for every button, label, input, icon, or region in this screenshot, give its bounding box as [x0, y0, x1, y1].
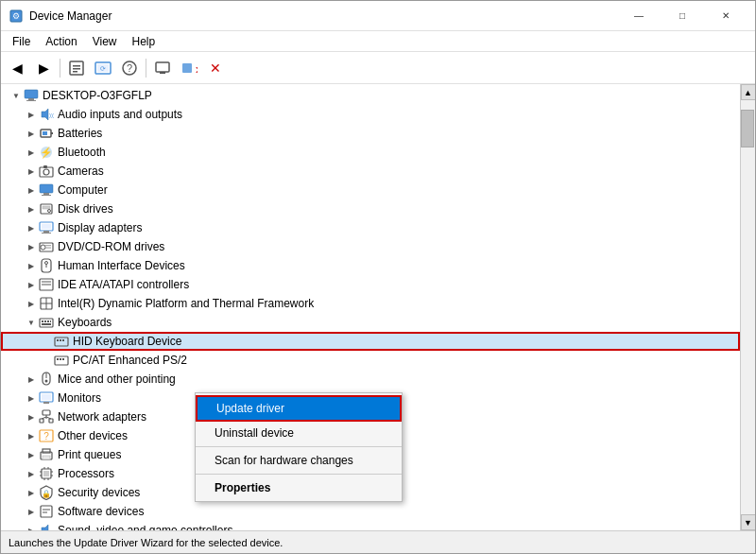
keyboards-label: Keyboards — [58, 316, 112, 329]
mice-icon — [39, 372, 54, 387]
properties-button[interactable] — [64, 56, 89, 80]
software-expand-icon[interactable]: ▶ — [24, 504, 39, 519]
svg-rect-5 — [73, 71, 77, 73]
menu-view[interactable]: View — [85, 33, 125, 50]
tree-pcat[interactable]: ▶ PC/AT Enhanced PS/2 — [1, 351, 740, 370]
forward-button[interactable]: ▶ — [31, 56, 56, 80]
maximize-button[interactable]: □ — [661, 1, 704, 31]
menu-help[interactable]: Help — [125, 33, 163, 50]
processors-expand-icon[interactable]: ▶ — [24, 466, 39, 481]
pcat-label: PC/AT Enhanced PS/2 — [73, 354, 187, 367]
tree-software[interactable]: ▶ Software devices — [1, 502, 740, 521]
security-expand-icon[interactable]: ▶ — [24, 485, 39, 500]
tree-root[interactable]: ▼ DESKTOP-O3FGFLP — [1, 86, 740, 105]
scroll-thumb[interactable] — [741, 110, 754, 147]
svg-rect-17 — [28, 98, 34, 100]
device-tree[interactable]: ▼ DESKTOP-O3FGFLP ▶ )))) — [1, 84, 740, 530]
svg-rect-56 — [50, 320, 51, 322]
bluetooth-expand-icon[interactable]: ▶ — [24, 145, 39, 160]
tree-intel[interactable]: ▶ Intel(R) Dynamic Platform and Thermal … — [1, 294, 740, 313]
root-expand-icon[interactable]: ▼ — [9, 88, 24, 103]
svg-rect-52 — [40, 319, 53, 327]
cameras-expand-icon[interactable]: ▶ — [24, 164, 39, 179]
disk-expand-icon[interactable]: ▶ — [24, 201, 39, 216]
tree-display[interactable]: ▶ Display adapters — [1, 218, 740, 237]
svg-text:?: ? — [43, 431, 49, 441]
status-text: Launches the Update Driver Wizard for th… — [9, 537, 283, 548]
svg-rect-58 — [55, 338, 68, 346]
svg-rect-30 — [43, 193, 49, 195]
display-icon — [39, 220, 54, 235]
computer-expand-icon[interactable]: ▶ — [24, 182, 39, 198]
tree-batteries[interactable]: ▶ Batteries — [1, 124, 740, 143]
tree-mice[interactable]: ▶ Mice and other pointing — [1, 370, 740, 389]
batteries-expand-icon[interactable]: ▶ — [24, 126, 39, 141]
network-expand-icon[interactable]: ▶ — [24, 409, 39, 424]
svg-text:✕: ✕ — [195, 64, 198, 76]
scroll-track[interactable] — [741, 100, 755, 514]
svg-rect-42 — [45, 248, 51, 249]
scroll-up-button[interactable]: ▲ — [741, 84, 756, 100]
tree-keyboards[interactable]: ▼ Keyboards — [1, 313, 740, 332]
back-button[interactable]: ◀ — [5, 56, 29, 80]
security-icon: 🔒 — [39, 485, 54, 500]
computer-label: Computer — [58, 183, 108, 197]
tree-bluetooth[interactable]: ▶ ⚡ Bluetooth — [1, 143, 740, 162]
svg-rect-62 — [55, 356, 68, 365]
other-icon: ? — [39, 428, 54, 443]
tree-cameras[interactable]: ▶ Cameras — [1, 162, 740, 181]
ctx-scan[interactable]: Scan for hardware changes — [196, 449, 402, 472]
tree-sound[interactable]: ▶ Sound, video and game controllers — [1, 521, 740, 530]
ide-label: IDE ATA/ATAPI controllers — [58, 278, 189, 291]
batteries-icon — [39, 126, 54, 141]
update-driver-button[interactable]: ⟳ — [91, 56, 115, 80]
content-area: ▼ DESKTOP-O3FGFLP ▶ )))) — [1, 84, 755, 530]
delete-button[interactable]: ✕ — [203, 56, 228, 80]
audio-label: Audio inputs and outputs — [58, 108, 182, 121]
keyboards-expand-icon[interactable]: ▼ — [24, 315, 39, 330]
svg-rect-73 — [40, 419, 43, 423]
tree-audio[interactable]: ▶ )))) Audio inputs and outputs — [1, 105, 740, 124]
tree-dvd[interactable]: ▶ DVD/CD-ROM drives — [1, 237, 740, 256]
intel-expand-icon[interactable]: ▶ — [24, 296, 39, 311]
device-manager-window: ⚙ Device Manager — □ ✕ File Action View … — [0, 0, 756, 554]
mice-expand-icon[interactable]: ▶ — [24, 372, 39, 387]
scan-button[interactable]: ✕ — [177, 56, 201, 80]
svg-marker-19 — [42, 109, 48, 120]
menu-action[interactable]: Action — [38, 33, 84, 50]
title-bar: ⚙ Device Manager — □ ✕ — [1, 1, 755, 31]
scroll-down-button[interactable]: ▼ — [741, 514, 756, 530]
close-button[interactable]: ✕ — [704, 1, 747, 31]
dvd-expand-icon[interactable]: ▶ — [24, 239, 39, 254]
processors-label: Processors — [58, 467, 114, 480]
other-expand-icon[interactable]: ▶ — [24, 428, 39, 443]
scrollbar[interactable]: ▲ ▼ — [740, 84, 755, 530]
sound-label: Sound, video and game controllers — [58, 524, 232, 530]
audio-expand-icon[interactable]: ▶ — [24, 107, 39, 122]
menu-file[interactable]: File — [5, 33, 38, 50]
network-label: Network adapters — [58, 410, 146, 424]
tree-computer[interactable]: ▶ Computer — [1, 181, 740, 199]
display-expand-icon[interactable]: ▶ — [24, 220, 39, 235]
processors-icon — [39, 466, 54, 481]
ctx-properties[interactable]: Properties — [196, 476, 402, 499]
hid-expand-icon[interactable]: ▶ — [24, 258, 39, 273]
monitors-expand-icon[interactable]: ▶ — [24, 390, 39, 406]
sound-expand-icon[interactable]: ▶ — [24, 523, 39, 530]
display-button[interactable] — [150, 56, 175, 80]
monitors-label: Monitors — [58, 391, 101, 405]
print-expand-icon[interactable]: ▶ — [24, 447, 39, 462]
ctx-uninstall[interactable]: Uninstall device — [196, 422, 402, 444]
svg-rect-16 — [25, 90, 38, 98]
svg-rect-74 — [49, 419, 53, 423]
tree-ide[interactable]: ▶ IDE ATA/ATAPI controllers — [1, 275, 740, 294]
minimize-button[interactable]: — — [617, 1, 661, 31]
tree-hid[interactable]: ▶ Human Interface Devices — [1, 256, 740, 275]
window-title: Device Manager — [29, 9, 617, 23]
ide-expand-icon[interactable]: ▶ — [24, 277, 39, 292]
svg-rect-61 — [62, 339, 64, 341]
tree-hid-keyboard[interactable]: ▶ HID Keyboard Device — [1, 332, 740, 351]
ctx-update-driver[interactable]: Update driver — [196, 395, 402, 422]
tree-disk[interactable]: ▶ Disk drives — [1, 199, 740, 218]
help-button[interactable]: ? — [117, 56, 142, 80]
